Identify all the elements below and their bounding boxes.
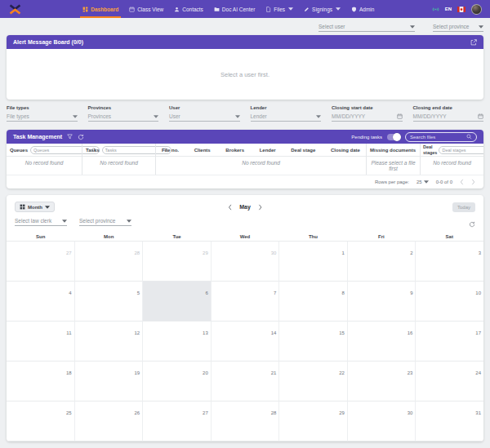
calendar-cell[interactable]: 16 bbox=[348, 322, 416, 362]
calendar-cell[interactable]: 31 bbox=[416, 401, 483, 441]
user-avatar[interactable] bbox=[471, 4, 482, 15]
broadcast-icon[interactable] bbox=[432, 6, 439, 13]
calendar-cell[interactable]: 14 bbox=[212, 322, 280, 362]
calendar-date-number: 20 bbox=[203, 370, 208, 375]
filter-user-control[interactable]: User bbox=[169, 113, 240, 122]
calendar-cell[interactable]: 21 bbox=[212, 362, 280, 401]
calendar-cell[interactable]: 19 bbox=[75, 362, 144, 401]
calendar-cell[interactable]: 13 bbox=[143, 322, 212, 362]
calendar-cell[interactable]: 9 bbox=[348, 282, 416, 322]
calendar-cell[interactable]: 23 bbox=[348, 362, 416, 401]
calendar-cell[interactable]: 17 bbox=[416, 322, 483, 362]
calendar-cell[interactable]: 22 bbox=[279, 362, 348, 401]
previous-page-button[interactable] bbox=[460, 179, 464, 185]
calendar-date-number: 19 bbox=[134, 370, 140, 375]
canada-flag-icon[interactable] bbox=[457, 7, 466, 12]
tasks-header: Tasks bbox=[82, 144, 155, 157]
day-header-fri: Fri bbox=[347, 234, 415, 239]
language-label[interactable]: EN bbox=[445, 7, 452, 11]
calendar-select-province-dropdown[interactable]: Select province bbox=[79, 218, 131, 226]
nav-item-class-view[interactable]: Class View bbox=[129, 0, 163, 18]
calendar-cell[interactable]: 3 bbox=[416, 242, 483, 282]
pen-icon bbox=[304, 7, 310, 12]
chevron-down-icon bbox=[288, 7, 293, 11]
select-province-dropdown[interactable]: Select province bbox=[433, 24, 483, 32]
day-header-sat: Sat bbox=[416, 234, 483, 239]
calendar-cell[interactable]: 29 bbox=[143, 242, 212, 282]
calendar-cell[interactable]: 5 bbox=[75, 282, 144, 322]
calendar-view-select[interactable]: Month bbox=[15, 202, 55, 212]
open-in-new-icon[interactable] bbox=[470, 39, 477, 46]
calendar-cell[interactable]: 7 bbox=[212, 282, 280, 322]
tasks-search-input[interactable] bbox=[105, 148, 163, 153]
calendar-cell[interactable]: 11 bbox=[7, 322, 75, 362]
chevron-down-icon bbox=[62, 220, 67, 223]
app-logo[interactable] bbox=[8, 4, 22, 15]
next-month-button[interactable] bbox=[258, 204, 262, 211]
chevron-down-icon bbox=[127, 220, 131, 223]
nav-item-label: Admin bbox=[359, 7, 374, 12]
nav-item-dashboard[interactable]: Dashboard bbox=[82, 0, 118, 18]
filter-funnel-icon[interactable] bbox=[67, 134, 73, 140]
calendar-cell[interactable]: 24 bbox=[416, 362, 483, 401]
filter-provinces-control[interactable]: Provinces bbox=[88, 113, 159, 122]
deal-stages-search-input[interactable] bbox=[442, 148, 483, 153]
calendar-cell[interactable]: 28 bbox=[75, 242, 144, 282]
calendar-cell[interactable]: 15 bbox=[279, 322, 348, 362]
nav-item-files[interactable]: Files bbox=[265, 0, 293, 18]
calendar-cell[interactable]: 2 bbox=[348, 242, 416, 282]
calendar-date-number: 15 bbox=[339, 330, 345, 335]
day-header-thu: Thu bbox=[279, 234, 347, 239]
queues-empty-state: No record found bbox=[7, 157, 82, 175]
calendar-cell[interactable]: 26 bbox=[75, 401, 144, 441]
filter-file-types-control[interactable]: File types bbox=[7, 113, 78, 122]
filter-closing-start-date-control[interactable]: MM/DD/YYYY bbox=[332, 113, 403, 122]
calendar-date-number: 24 bbox=[475, 370, 481, 375]
calendar-cell[interactable]: 1 bbox=[279, 242, 348, 282]
select-law-clerk-dropdown[interactable]: Select law clerk bbox=[15, 218, 67, 226]
calendar-icon bbox=[129, 7, 135, 12]
calendar-cell[interactable]: 25 bbox=[7, 401, 75, 441]
calendar-cell[interactable]: 27 bbox=[143, 401, 212, 441]
select-user-dropdown[interactable]: Select user bbox=[318, 24, 415, 32]
pending-tasks-label: Pending tasks bbox=[351, 135, 382, 140]
calendar-cell[interactable]: 27 bbox=[7, 242, 75, 282]
calendar-cell[interactable]: 8 bbox=[279, 282, 348, 322]
nav-item-contacts[interactable]: Contacts bbox=[174, 0, 203, 18]
next-page-button[interactable] bbox=[471, 179, 475, 185]
filter-placeholder: MM/DD/YYYY bbox=[413, 113, 447, 119]
filter-field-closing-start-date: Closing start dateMM/DD/YYYY bbox=[332, 105, 403, 122]
refresh-icon[interactable] bbox=[78, 134, 84, 140]
calendar-cell[interactable]: 20 bbox=[143, 362, 212, 401]
column-header-deal-stage: Deal stage bbox=[291, 148, 315, 153]
calendar-refresh-icon[interactable] bbox=[469, 221, 475, 228]
calendar-cell[interactable]: 30 bbox=[212, 242, 280, 282]
calendar-date-number: 23 bbox=[408, 370, 413, 375]
admin-icon bbox=[351, 7, 357, 12]
calendar-cell[interactable]: 10 bbox=[416, 282, 483, 322]
calendar-cell-today[interactable]: 6 bbox=[143, 282, 212, 322]
chevron-down-icon bbox=[73, 115, 78, 118]
nav-item-admin[interactable]: Admin bbox=[351, 0, 374, 18]
calendar-cell[interactable]: 4 bbox=[7, 282, 75, 322]
filter-lender-control[interactable]: Lender bbox=[251, 113, 322, 122]
calendar-date-number: 31 bbox=[475, 410, 481, 415]
rows-per-page-select[interactable]: 25 bbox=[416, 180, 429, 184]
folder-icon bbox=[214, 7, 220, 12]
calendar-cell[interactable]: 29 bbox=[279, 401, 348, 441]
calendar-cell[interactable]: 28 bbox=[212, 401, 280, 441]
calendar-date-number: 3 bbox=[479, 251, 481, 255]
nav-item-doc-ai-center[interactable]: Doc AI Center bbox=[214, 0, 255, 18]
search-files-input[interactable] bbox=[410, 135, 465, 140]
chevron-down-icon bbox=[235, 115, 240, 118]
previous-month-button[interactable] bbox=[228, 204, 232, 211]
calendar-icon bbox=[478, 113, 483, 119]
nav-item-signings[interactable]: Signings bbox=[304, 0, 341, 18]
calendar-date-number: 27 bbox=[203, 410, 208, 415]
calendar-cell[interactable]: 30 bbox=[348, 401, 416, 441]
filter-closing-end-date-control[interactable]: MM/DD/YYYY bbox=[413, 113, 484, 122]
pending-tasks-toggle[interactable] bbox=[387, 134, 400, 140]
calendar-cell[interactable]: 18 bbox=[7, 362, 75, 401]
today-button[interactable]: Today bbox=[452, 202, 475, 212]
calendar-cell[interactable]: 12 bbox=[75, 322, 144, 362]
